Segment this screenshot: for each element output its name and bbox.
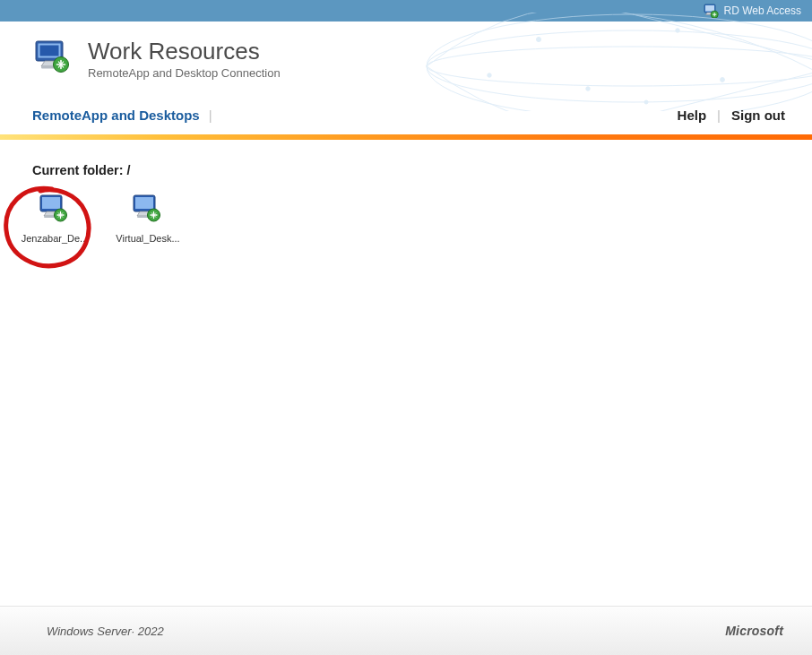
page-subtitle: RemoteApp and Desktop Connection (88, 66, 281, 80)
tab-remoteapp-desktops[interactable]: RemoteApp and Desktops (32, 108, 200, 123)
current-folder-label: Current folder: / (32, 163, 812, 177)
header-decorative-arcs (400, 13, 812, 111)
app-label: Jenzabar_De... (22, 233, 89, 244)
app-item-virtual-desktop[interactable]: Virtual_Desk... (112, 194, 184, 244)
apps-list: Jenzabar_De... Virtual_Desk... (19, 194, 812, 244)
svg-point-4 (427, 30, 812, 102)
nav-separator: | (717, 108, 721, 123)
svg-point-8 (676, 29, 679, 32)
content-area: Current folder: / Jenzabar_De... (0, 140, 812, 244)
app-label: Virtual_Desk... (116, 233, 179, 244)
work-resources-icon (32, 38, 75, 81)
remote-desktop-icon (38, 194, 72, 228)
footer-left: Windows Server· 2022 (47, 625, 164, 638)
svg-point-11 (488, 73, 491, 77)
header-inner: Work Resources RemoteApp and Desktop Con… (32, 38, 281, 81)
footer: Windows Server· 2022 Microsoft (0, 606, 812, 655)
signout-link[interactable]: Sign out (731, 108, 785, 123)
svg-rect-14 (40, 46, 59, 56)
svg-rect-1 (705, 5, 714, 12)
rd-web-access-page: { "topbar": { "label": "RD Web Access" }… (0, 0, 812, 655)
footer-right: Microsoft (725, 624, 783, 638)
page-header: Work Resources RemoteApp and Desktop Con… (0, 22, 812, 102)
nav-left: RemoteApp and Desktops | (32, 108, 212, 123)
nav-separator: | (209, 108, 212, 123)
svg-rect-22 (135, 197, 153, 209)
page-title: Work Resources (88, 39, 281, 65)
svg-point-6 (537, 38, 541, 42)
svg-point-7 (586, 87, 590, 90)
remote-desktop-icon (131, 194, 165, 228)
svg-point-3 (427, 14, 812, 111)
svg-point-5 (427, 47, 812, 86)
nav-row: RemoteApp and Desktops | Help | Sign out (0, 102, 812, 134)
header-text-block: Work Resources RemoteApp and Desktop Con… (88, 39, 281, 81)
svg-rect-18 (42, 197, 60, 209)
svg-point-9 (721, 78, 725, 82)
app-item-jenzabar[interactable]: Jenzabar_De... (19, 194, 91, 244)
nav-right: Help | Sign out (678, 108, 785, 123)
help-link[interactable]: Help (678, 108, 707, 123)
